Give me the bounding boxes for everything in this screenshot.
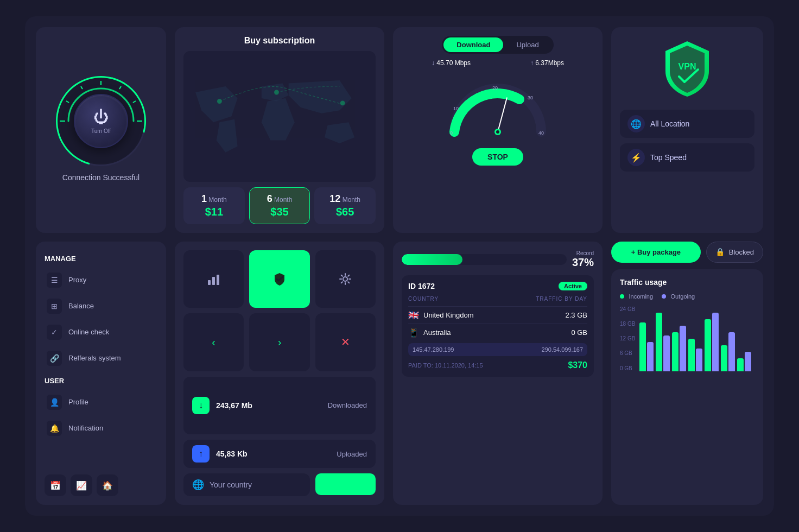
check-icon: ✓ [47,325,62,340]
svg-text:VPN: VPN [678,62,696,71]
feature-speed-label: Top Speed [650,153,687,162]
referrals-label: Refferals system [68,354,121,362]
user-title: USER [45,377,157,385]
record-label: Record [572,250,594,256]
vpn-shield-logo: VPN [655,36,720,101]
svg-line-1 [66,101,69,103]
traffic-legend: Incoming Outgoing [620,291,754,301]
plan-6-price: $35 [270,206,288,218]
speed-stats: ↓ 45.70 Mbps ↑ 6.37Mbps [402,59,594,67]
control-panel: ‹ › ✕ ↓ 243,67 Mb Downloaded ↑ 45,83 Kb … [175,242,384,505]
menu-online-check[interactable]: ✓ Online check [45,320,157,344]
blocked-button[interactable]: 🔒 Blocked [706,242,763,263]
chart-y-labels: 24 GB18 GB12 GB6 GB0 GB [620,306,635,371]
location-icon: 🌐 [627,115,645,132]
menu-profile[interactable]: 👤 Profile [45,390,157,414]
stats-panel: Record 37% ID 1672 Active COUNTRY TRAFFI… [393,242,603,505]
menu-referrals[interactable]: 🔗 Refferals system [45,346,157,370]
bar-group [656,313,670,371]
vpn-panel: VPN 🌐 All Location ⚡ Top Speed [611,27,763,233]
vpn-feature-location[interactable]: 🌐 All Location [620,110,754,138]
upload-stat: ↑ 6.37Mbps [530,59,564,67]
paid-amount: $370 [568,360,587,370]
record-row: Record 37% [402,250,594,269]
plan-6-duration: 6 Month [267,193,293,205]
chart-bars [639,306,754,371]
svg-rect-22 [212,277,215,285]
lock-icon: 🔒 [715,248,725,256]
plan-12month[interactable]: 12 Month $65 [314,187,376,224]
svg-point-9 [217,99,222,104]
action-panel: + Buy package 🔒 Blocked Traffic usage In… [611,242,763,505]
buy-package-button[interactable]: + Buy package [611,242,701,263]
bar-group [721,332,735,371]
download-tab[interactable]: Download [443,37,503,52]
outgoing-bar [663,335,670,371]
conn-uk-row: 🇬🇧 United Kingdom 2.3 GB [408,306,587,324]
country-submit-btn[interactable] [315,473,376,495]
proxy-icon: ☰ [47,273,62,288]
incoming-bar [705,319,711,371]
ctrl-settings-btn[interactable] [315,250,376,308]
incoming-bar [639,322,646,371]
ctrl-close-btn[interactable]: ✕ [315,313,376,371]
conn-id: ID 1672 [408,282,435,290]
upload-transfer-icon: ↑ [192,445,210,463]
feature-location-label: All Location [650,119,689,128]
upload-tab[interactable]: Upload [503,37,551,52]
plan-1-duration: 1 Month [201,193,227,205]
incoming-bar [688,339,695,371]
menu-notification[interactable]: 🔔 Notification [45,416,157,440]
ctrl-shield-btn[interactable] [249,250,309,308]
outgoing-bar [696,349,702,371]
outgoing-bar [647,342,654,371]
subscription-title: Buy subscription [183,36,376,46]
conn-col-headers: COUNTRY TRAFFIC BY DAY [408,296,587,302]
outgoing-bar [745,352,751,371]
home-icon[interactable]: 🏠 [97,474,118,496]
vpn-feature-speed[interactable]: ⚡ Top Speed [620,143,754,172]
connection-status: Connection Successful [62,173,139,182]
bar-group [737,352,751,371]
menu-proxy[interactable]: ☰ Proxy [45,268,157,292]
conn-header: ID 1672 Active [408,282,587,290]
ctrl-chart-btn[interactable] [183,250,244,308]
plan-1month[interactable]: 1 Month $11 [183,187,245,224]
conn-ip-row: 145.47.280.199 290.54.099.167 [408,343,587,356]
y-label: 6 GB [620,350,635,356]
svg-line-5 [133,101,136,103]
country-placeholder: Your country [210,480,252,489]
bar-group [688,339,702,371]
traffic-panel: Traffic usage Incoming Outgoing 24 GB18 … [611,269,763,505]
upload-transfer-row: ↑ 45,83 Kb Uploaded [183,440,376,468]
speed-icon: ⚡ [627,149,645,166]
speed-panel: Download Upload ↓ 45.70 Mbps ↑ 6.37Mbps … [393,27,603,233]
online-check-label: Online check [68,328,109,336]
menu-balance[interactable]: ⊞ Balance [45,294,157,318]
chart-icon[interactable]: 📈 [71,474,92,496]
incoming-bar [656,313,662,371]
main-container: ⏻ Turn Off Connection Successful Buy sub… [25,16,774,516]
subscription-panel: Buy subscription [175,27,384,233]
plan-6month[interactable]: 6 Month $35 [249,187,310,224]
outgoing-bar [712,313,719,371]
ctrl-next-btn[interactable]: › [249,313,309,371]
world-map [183,51,376,182]
traffic-title: Traffic usage [620,278,754,287]
country-input-row: 🌐 Your country [183,473,310,496]
stop-button[interactable]: STOP [472,148,523,166]
svg-rect-21 [208,280,211,285]
conn-au-row: 📱 Australia 0 GB [408,324,587,341]
outgoing-bar [680,326,686,371]
y-label: 0 GB [620,365,635,371]
proxy-label: Proxy [68,276,86,284]
svg-text:10: 10 [453,106,459,111]
calendar-icon[interactable]: 📅 [45,474,66,496]
svg-text:30: 30 [528,95,533,100]
ctrl-prev-btn[interactable]: ‹ [183,313,244,371]
uk-flag: 🇬🇧 [408,310,419,320]
svg-line-17 [498,98,507,132]
balance-label: Balance [68,302,94,310]
au-flag: 📱 [408,327,419,338]
uk-traffic: 2.3 GB [566,311,587,319]
